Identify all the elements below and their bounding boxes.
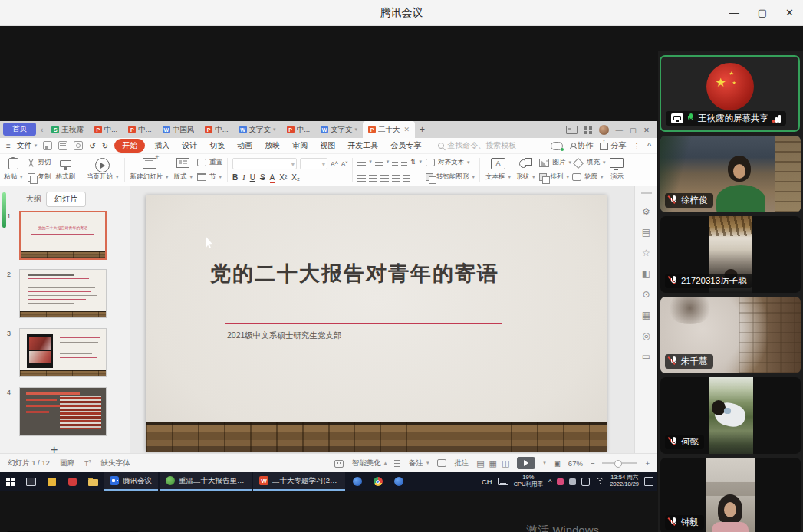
touch-keyboard-icon[interactable] bbox=[498, 478, 508, 485]
doc-tab-active[interactable]: 二十大✕ bbox=[363, 121, 415, 138]
tab-close-icon[interactable]: ✕ bbox=[404, 126, 410, 133]
copy-button[interactable]: 复制 bbox=[28, 172, 51, 182]
volume-icon[interactable] bbox=[581, 478, 590, 486]
star-resources-icon[interactable]: ☆ bbox=[642, 248, 650, 258]
superscript-button[interactable]: X² bbox=[279, 173, 287, 182]
search-input[interactable]: 查找命令、搜索模板 bbox=[438, 140, 516, 151]
maximize-icon[interactable]: ▢ bbox=[758, 8, 767, 18]
tab-outline[interactable]: 大纲 bbox=[26, 194, 41, 205]
preview-icon[interactable] bbox=[74, 141, 83, 150]
sticky-notes-button[interactable] bbox=[41, 472, 62, 491]
clock[interactable]: 13:54 周六2022/10/29 bbox=[610, 475, 639, 488]
numbered-list-icon[interactable] bbox=[375, 159, 383, 166]
participant-tile[interactable]: 钟毅 bbox=[660, 458, 801, 532]
participant-tile-sharing[interactable]: ★ ★ ★ 王秋露的屏幕共享 bbox=[660, 55, 800, 132]
location-icon[interactable]: ◎ bbox=[642, 330, 650, 341]
doc-tab[interactable]: 中... bbox=[199, 121, 233, 138]
reading-pane-icon[interactable]: ▭ bbox=[642, 351, 650, 362]
input-language[interactable]: CH bbox=[482, 478, 492, 486]
file-menu[interactable]: 文件▾ bbox=[17, 140, 38, 151]
decrease-font-icon[interactable]: Aˇ bbox=[341, 160, 348, 168]
italic-button[interactable]: I bbox=[242, 173, 245, 182]
picture-button[interactable]: 图片▾ bbox=[539, 158, 571, 167]
new-tab-button[interactable]: + bbox=[420, 124, 425, 135]
reading-view-icon[interactable]: ◫ bbox=[502, 458, 509, 468]
line-spacing-icon[interactable]: ⇅ bbox=[410, 158, 416, 166]
font-size-select[interactable]: ▾ bbox=[300, 158, 327, 169]
slide-thumbnail-4[interactable] bbox=[19, 387, 107, 436]
doc-tab[interactable]: 文字文▾ bbox=[315, 121, 363, 138]
back-chevron-icon[interactable]: ‹ bbox=[41, 126, 43, 134]
zoom-in-icon[interactable]: + bbox=[645, 459, 650, 468]
decrease-indent-icon[interactable] bbox=[392, 159, 398, 166]
usb-icon[interactable] bbox=[569, 478, 576, 485]
hamburger-icon[interactable]: ≡ bbox=[6, 142, 11, 150]
more-icon[interactable]: ⋮ bbox=[633, 142, 640, 150]
align-right-icon[interactable] bbox=[380, 175, 389, 182]
present-button[interactable]: 演示 bbox=[609, 156, 624, 184]
shapes-button[interactable]: 形状▾ bbox=[515, 156, 536, 184]
bold-button[interactable]: B bbox=[232, 173, 238, 182]
tab-developer[interactable]: 开发工具 bbox=[344, 139, 381, 153]
file-explorer-button[interactable] bbox=[83, 472, 104, 491]
textbox-button[interactable]: 文本框▾ bbox=[485, 156, 512, 184]
notes-button[interactable]: 备注▾ bbox=[394, 458, 429, 468]
doc-tab[interactable]: 王秋露 bbox=[46, 121, 89, 138]
slide-canvas[interactable]: 党的二十大报告对青年的寄语 2021级中文系硕士研究生党支部 bbox=[146, 195, 607, 452]
justify-icon[interactable] bbox=[392, 175, 400, 182]
cloud-sync-icon[interactable] bbox=[551, 142, 563, 150]
tab-member[interactable]: 会员专享 bbox=[387, 139, 424, 153]
wps-restore-icon[interactable]: ▢ bbox=[630, 126, 637, 134]
tab-design[interactable]: 设计 bbox=[179, 139, 200, 153]
start-button[interactable] bbox=[0, 472, 21, 491]
align-center-icon[interactable] bbox=[369, 175, 377, 182]
participant-tile[interactable]: 朱千慧 bbox=[660, 297, 801, 373]
doc-tab[interactable]: 中... bbox=[123, 121, 156, 138]
align-text-button[interactable]: 对齐文本▾ bbox=[426, 158, 475, 167]
sorter-view-icon[interactable]: ▦ bbox=[489, 458, 497, 468]
help-icon[interactable]: ⊙ bbox=[642, 289, 650, 300]
action-center-icon[interactable] bbox=[644, 477, 653, 486]
music-app-button[interactable] bbox=[62, 472, 83, 491]
fit-slide-icon[interactable]: ▣ bbox=[554, 459, 561, 468]
font-color-button[interactable]: A bbox=[270, 173, 275, 182]
tab-home[interactable]: 开始 bbox=[114, 139, 145, 153]
close-icon[interactable]: ✕ bbox=[785, 8, 794, 18]
slide-thumbnail-3[interactable] bbox=[19, 328, 107, 377]
zoom-level[interactable]: 67% bbox=[568, 459, 583, 468]
doc-tab[interactable]: 中... bbox=[89, 121, 123, 138]
tab-transition[interactable]: 切换 bbox=[206, 139, 228, 153]
strikethrough-button[interactable]: S bbox=[260, 173, 265, 182]
theme-name[interactable]: 画廊 bbox=[60, 458, 74, 468]
collaborate-button[interactable]: 协作 bbox=[570, 140, 593, 151]
browser-button[interactable] bbox=[388, 472, 409, 491]
slideshow-play-button[interactable] bbox=[517, 457, 535, 469]
align-left-icon[interactable] bbox=[357, 175, 366, 182]
edit-icon[interactable]: ⚙ bbox=[642, 206, 650, 217]
participant-tile[interactable]: 徐梓俊 bbox=[660, 136, 801, 212]
tray-expand-icon[interactable]: ^ bbox=[548, 478, 551, 486]
increase-indent-icon[interactable] bbox=[401, 159, 407, 166]
participant-tile[interactable]: 何懿 bbox=[660, 377, 801, 454]
participant-tile[interactable]: 21720313厉子聪 bbox=[660, 216, 801, 293]
increase-font-icon[interactable]: A^ bbox=[331, 160, 338, 168]
tab-slideshow[interactable]: 放映 bbox=[262, 139, 283, 153]
undo-icon[interactable]: ↺ bbox=[89, 142, 95, 150]
beautify-button[interactable]: 智能美化▴ bbox=[334, 458, 387, 468]
taskbar-app-wps[interactable]: W二十大专题学习(2).p... bbox=[253, 472, 345, 491]
arrange-button[interactable]: 排列▾ bbox=[539, 172, 569, 182]
share-button[interactable]: 分享 bbox=[600, 140, 626, 151]
layout-pane-icon[interactable]: ◧ bbox=[642, 268, 650, 279]
task-view-button[interactable] bbox=[21, 472, 41, 491]
save-icon[interactable] bbox=[43, 141, 52, 150]
tray-app-icon[interactable] bbox=[557, 478, 564, 485]
layout-button[interactable]: 版式▾ bbox=[173, 156, 194, 184]
account-avatar[interactable] bbox=[599, 125, 609, 135]
to-smartart-button[interactable]: 转智能图形▾ bbox=[426, 172, 475, 182]
comments-button[interactable]: 批注 bbox=[437, 458, 469, 468]
play-from-page-button[interactable]: 当页开始▾ bbox=[86, 156, 120, 184]
taskbar-app-meeting[interactable]: 腾讯会议 bbox=[104, 472, 158, 491]
section-button[interactable]: 节▾ bbox=[197, 172, 222, 182]
missing-font-warning[interactable]: 缺失字体 bbox=[101, 458, 130, 468]
collapse-ribbon-icon[interactable]: ^ bbox=[647, 142, 651, 150]
